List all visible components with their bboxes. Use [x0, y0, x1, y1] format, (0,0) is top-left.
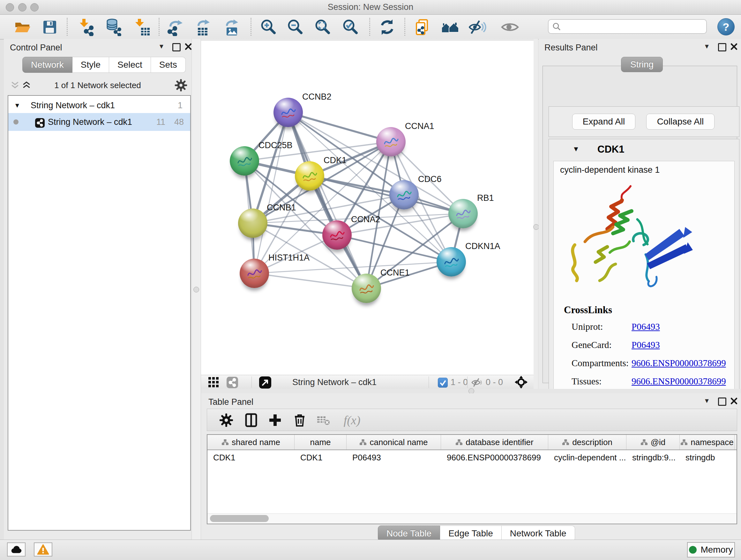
left-splitter-handle[interactable] — [193, 287, 199, 293]
grid-view-icon[interactable] — [208, 377, 219, 388]
table-panel-close-icon[interactable] — [730, 397, 738, 406]
collection-expander-icon[interactable]: ▼ — [14, 98, 20, 112]
control-panel-float-icon[interactable] — [172, 43, 181, 51]
control-panel-menu-icon[interactable]: ▼ — [158, 43, 165, 50]
network-node-ccnb1[interactable] — [238, 208, 267, 238]
hide-selected-eye-slash-icon[interactable] — [469, 18, 487, 36]
left-splitter[interactable] — [192, 39, 201, 540]
warning-status-button[interactable] — [34, 543, 52, 557]
refresh-icon[interactable] — [378, 18, 396, 36]
network-options-gear-icon[interactable] — [174, 78, 188, 93]
scrollbar-thumb[interactable] — [210, 515, 269, 522]
zoom-fit-icon[interactable] — [314, 18, 332, 36]
crosslink-link[interactable]: P06493 — [631, 321, 660, 332]
column-header-canonical-name[interactable]: canonical name — [347, 435, 441, 449]
selected-checkbox[interactable] — [438, 378, 448, 388]
control-panel-close-icon[interactable] — [185, 43, 192, 52]
table-horizontal-scrollbar[interactable] — [207, 513, 737, 523]
table-cell[interactable]: stringdb — [680, 450, 735, 465]
show-all-eye-icon[interactable] — [499, 18, 521, 36]
network-node-ccnb2[interactable] — [273, 98, 303, 127]
zoom-in-icon[interactable] — [260, 18, 278, 36]
open-file-icon[interactable] — [13, 18, 31, 36]
crosslink-link[interactable]: 9606.ENSP00000378699 — [631, 376, 726, 387]
import-network-database-icon[interactable] — [105, 18, 122, 36]
expand-all-button[interactable]: Expand All — [572, 114, 635, 130]
tab-network-table[interactable]: Network Table — [502, 525, 575, 542]
help-button[interactable]: ? — [718, 18, 735, 36]
table-cell[interactable]: CDK1 — [294, 450, 347, 465]
bottom-splitter[interactable] — [201, 389, 741, 393]
delete-column-trash-icon[interactable] — [291, 411, 309, 429]
network-edge[interactable] — [337, 235, 451, 262]
column-header-name[interactable]: name — [294, 435, 347, 449]
results-panel-close-icon[interactable] — [730, 43, 738, 52]
delete-table-icon[interactable] — [315, 411, 333, 429]
birds-eye-view-icon[interactable] — [259, 376, 271, 390]
tab-style[interactable]: Style — [72, 57, 109, 73]
save-session-icon[interactable] — [41, 18, 59, 36]
zoom-selected-icon[interactable] — [342, 18, 360, 36]
node-result-section: ▼ CDK1 cyclin-dependent kinase 1 — [549, 139, 739, 408]
column-header-description[interactable]: description — [548, 435, 626, 449]
table-cell[interactable]: 9606.ENSP00000378699 — [441, 450, 548, 465]
import-network-file-icon[interactable] — [77, 18, 95, 36]
cloud-status-button[interactable] — [7, 543, 25, 557]
export-table-icon[interactable] — [194, 18, 212, 36]
table-cell[interactable]: P06493 — [347, 450, 441, 465]
tab-network[interactable]: Network — [22, 57, 72, 73]
network-node-cdkn1a[interactable] — [436, 247, 466, 276]
network-collection-row[interactable]: ▼ String Network – cdk1 1 — [8, 98, 190, 112]
column-header-shared-name[interactable]: shared name — [207, 435, 294, 449]
zoom-out-icon[interactable] — [286, 18, 305, 36]
tab-string[interactable]: String — [621, 57, 663, 72]
collapse-all-button[interactable]: Collapse All — [646, 114, 715, 130]
show-columns-icon[interactable] — [242, 411, 260, 429]
toolbar-separator — [67, 18, 68, 36]
network-canvas[interactable]: CCNB2 CCNA1 CDC25B CDK1 CDC6 RB1CCNB1 CC… — [201, 41, 534, 375]
table-row[interactable]: CDK1CDK1P064939606.ENSP00000378699cyclin… — [207, 450, 737, 465]
tab-node-table[interactable]: Node Table — [378, 525, 440, 542]
section-collapse-icon[interactable]: ▼ — [572, 145, 580, 153]
tab-select[interactable]: Select — [109, 57, 151, 73]
network-node-cdc6[interactable] — [389, 180, 419, 209]
search-input[interactable] — [548, 19, 707, 34]
network-node-ccne1[interactable] — [352, 273, 381, 303]
network-node-ccna2[interactable] — [322, 220, 352, 250]
results-panel-float-icon[interactable] — [718, 43, 726, 51]
tab-sets[interactable]: Sets — [151, 57, 186, 73]
add-column-plus-icon[interactable] — [266, 411, 284, 429]
table-options-gear-icon[interactable] — [217, 411, 235, 429]
network-node-ccna1[interactable] — [376, 127, 406, 157]
tab-edge-table[interactable]: Edge Table — [440, 525, 502, 542]
export-network-icon[interactable] — [166, 18, 185, 36]
return-home-icon[interactable] — [441, 18, 459, 36]
results-panel-menu-icon[interactable]: ▼ — [704, 43, 710, 50]
table-cell[interactable]: cyclin-dependent ... — [548, 450, 626, 465]
toolbar-separator — [369, 18, 370, 36]
column-header-namespace[interactable]: namespace — [680, 435, 735, 449]
table-cell[interactable]: stringdb:9... — [626, 450, 680, 465]
column-header-database-identifier[interactable]: database identifier — [441, 435, 548, 449]
crosslink-link[interactable]: P06493 — [631, 340, 660, 350]
copy-style-icon[interactable] — [413, 18, 431, 36]
export-image-icon[interactable] — [222, 18, 240, 36]
network-node-cdk1[interactable] — [295, 161, 324, 191]
column-header--id[interactable]: @id — [626, 435, 680, 449]
crosslink-link[interactable]: 9606.ENSP00000378699 — [631, 358, 726, 368]
network-node-rb1[interactable] — [448, 199, 478, 228]
right-splitter-handle[interactable] — [533, 224, 539, 230]
import-table-icon[interactable] — [133, 18, 151, 36]
network-edge[interactable] — [254, 273, 366, 288]
network-row-selected[interactable]: String Network – cdk1 11 48 — [8, 113, 190, 131]
network-node-hist1h1a[interactable] — [240, 259, 269, 288]
memory-button[interactable]: Memory — [687, 542, 735, 557]
network-node-cdc25b[interactable] — [230, 146, 259, 176]
right-splitter[interactable] — [534, 39, 538, 393]
center-view-crosshair-icon[interactable] — [515, 375, 528, 390]
table-panel-float-icon[interactable] — [718, 397, 726, 406]
hidden-eye-slash-icon[interactable] — [471, 378, 483, 388]
table-cell[interactable]: CDK1 — [207, 450, 294, 465]
table-panel-menu-icon[interactable]: ▼ — [704, 397, 710, 404]
network-share-icon[interactable] — [226, 377, 238, 389]
